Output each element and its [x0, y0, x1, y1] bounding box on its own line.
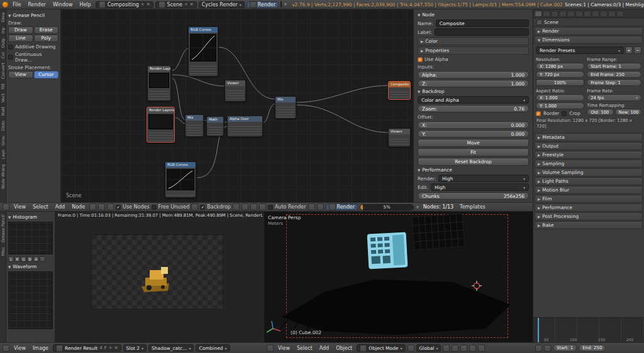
- tab-node-wrangler[interactable]: Node Wrang: [1, 164, 6, 189]
- start-frame-slider[interactable]: Start Frame: 1: [587, 63, 641, 70]
- node-menu-view[interactable]: View: [11, 204, 28, 210]
- image-editor[interactable]: Frame:0 | Time:01:16.03 | Remaining:21:3…: [55, 212, 264, 342]
- scene-add-button[interactable]: +: [184, 2, 188, 7]
- stroke-cursor-button[interactable]: Cursor: [34, 71, 59, 79]
- fake-user-button[interactable]: F: [104, 345, 107, 350]
- material-tab-icon[interactable]: [600, 11, 608, 17]
- tab-vector[interactable]: Vect: [1, 94, 6, 102]
- border-checkbox[interactable]: ✓: [536, 111, 541, 116]
- free-unused-checkbox[interactable]: [152, 205, 157, 210]
- reset-backdrop-button[interactable]: Reset Backdrop: [418, 158, 529, 166]
- node-title[interactable]: Math: [207, 117, 223, 122]
- start-frame-field[interactable]: Start: 1: [553, 344, 577, 352]
- crop-checkbox[interactable]: [562, 111, 567, 116]
- remap-old-slider[interactable]: Old: 100: [587, 109, 613, 116]
- use-alpha-checkbox[interactable]: ✓: [418, 57, 423, 62]
- histogram-header[interactable]: ▼ Histogram: [8, 214, 53, 220]
- render-quality-dropdown[interactable]: High ▾: [438, 175, 529, 182]
- shader-nodes-icon[interactable]: [89, 204, 96, 210]
- render-presets-dropdown[interactable]: Render Presets ▾: [536, 46, 624, 54]
- panel-metadata[interactable]: ▶Metadata: [535, 133, 643, 141]
- channel-a-icon[interactable]: [259, 204, 266, 210]
- node-mix-2[interactable]: Mix: [275, 96, 296, 119]
- resolution-x-slider[interactable]: X: 1280 px: [536, 63, 584, 70]
- image-menu-view[interactable]: View: [11, 345, 28, 351]
- panel-freestyle[interactable]: ▶Freestyle: [535, 151, 643, 159]
- menu-window[interactable]: Window: [50, 2, 75, 8]
- snap-magnet-icon[interactable]: [469, 345, 476, 352]
- end-frame-field[interactable]: End: 250: [579, 344, 606, 352]
- z-slider[interactable]: Z: 1.000: [418, 80, 529, 87]
- backdrop-section-header[interactable]: ▼ Backdrop: [418, 89, 529, 94]
- node-menu-node[interactable]: Node: [69, 204, 87, 210]
- free-unused-row[interactable]: Free Unused: [152, 204, 190, 210]
- texture-tab-icon[interactable]: [608, 11, 616, 17]
- resolution-y-slider[interactable]: Y: 720 px: [536, 71, 584, 78]
- view3d-menu-object[interactable]: Object: [333, 345, 355, 351]
- chunks-slider[interactable]: Chunks 256x256: [418, 192, 529, 200]
- view3d-menu-add[interactable]: Add: [317, 345, 332, 351]
- node-rgb-curves-bottom[interactable]: RGB Curves: [165, 161, 196, 198]
- backdrop-channels-dropdown[interactable]: Color and Alpha ▾: [418, 96, 529, 104]
- scene-delete-button[interactable]: ✕: [190, 2, 194, 7]
- use-nodes-row[interactable]: ✓ Use Nodes: [116, 204, 150, 210]
- render-layer-selector[interactable]: Shadow_catc... ▾: [148, 344, 194, 352]
- templates-menu[interactable]: Templates: [457, 204, 488, 210]
- edit-quality-dropdown[interactable]: High ▾: [431, 183, 529, 191]
- offset-x-slider[interactable]: X: 0.000: [418, 121, 529, 129]
- channel-g-button[interactable]: G: [21, 256, 26, 262]
- screen-layout-selector[interactable]: Compositing + ✕: [96, 1, 153, 8]
- node-title[interactable]: Mix: [186, 115, 203, 121]
- color-section[interactable]: ▶ Color: [418, 37, 529, 45]
- node-render-layers-1[interactable]: Render Layers: [147, 65, 171, 101]
- pin-icon[interactable]: [191, 204, 198, 210]
- channel-b-button[interactable]: B: [27, 256, 33, 262]
- continuous-draw-row[interactable]: Continuous Draw...: [8, 52, 58, 63]
- tab-converter[interactable]: Convert: [1, 63, 6, 79]
- render-layers-tab-icon[interactable]: [543, 11, 550, 17]
- poly-button[interactable]: Poly: [34, 35, 59, 42]
- scope-options-icon[interactable]: [40, 256, 45, 262]
- tab-group[interactable]: Grou: [1, 136, 6, 146]
- node-render-button[interactable]: Render: [326, 204, 358, 210]
- node-alpha-over[interactable]: Alpha Over: [227, 116, 263, 137]
- overlay-icon[interactable]: [317, 204, 324, 210]
- menu-render[interactable]: Render: [25, 2, 48, 8]
- node-render-cancel-button[interactable]: ✕: [416, 205, 419, 210]
- fps-dropdown[interactable]: 24 fps ▾: [587, 94, 641, 101]
- preset-add-button[interactable]: +: [625, 46, 633, 54]
- tab-input[interactable]: Inp: [1, 27, 6, 33]
- image-datablock-selector[interactable]: Render Result 4 F + ✕: [53, 344, 121, 352]
- view3d-menu-view[interactable]: View: [275, 345, 292, 351]
- menu-help[interactable]: Help: [77, 2, 93, 8]
- preset-remove-button[interactable]: −: [634, 46, 641, 54]
- panel-sampling[interactable]: ▶Sampling: [535, 160, 643, 168]
- backdrop-zoom-slider[interactable]: Zoom: 0.76: [418, 105, 529, 112]
- image-menu-image[interactable]: Image: [30, 345, 51, 351]
- remap-new-slider[interactable]: New: 100: [615, 109, 641, 116]
- data-tab-icon[interactable]: [592, 11, 599, 17]
- slot-selector[interactable]: Slot 2 ▾: [123, 344, 147, 352]
- node-title[interactable]: Composite: [389, 82, 410, 87]
- properties-section[interactable]: ▶ Properties: [418, 46, 529, 55]
- timeline-editor[interactable]: 50 100 150 200: [533, 317, 644, 342]
- render-pass-selector[interactable]: Combined ▾: [196, 344, 230, 352]
- transform-orientation-selector[interactable]: Global ▾: [416, 344, 441, 352]
- auto-render-row[interactable]: Auto Render: [268, 204, 306, 210]
- tab-filter[interactable]: Filt: [1, 84, 6, 89]
- node-menu-select[interactable]: Select: [30, 204, 51, 210]
- fit-backdrop-button[interactable]: Fit: [418, 148, 529, 156]
- texture-nodes-icon[interactable]: [107, 204, 114, 210]
- node-render-layers-2[interactable]: Render Layers: [147, 107, 175, 143]
- use-alpha-row[interactable]: ✓ Use Alpha: [418, 57, 529, 62]
- node-editor-canvas[interactable]: RGB Curves Render Layers Render Layers: [61, 9, 413, 202]
- tab-grease-pencil[interactable]: Grea: [1, 13, 6, 23]
- aspect-y-slider[interactable]: Y: 1.000: [536, 102, 584, 109]
- view3d-menu-select[interactable]: Select: [294, 345, 315, 351]
- panel-light-paths[interactable]: ▶Light Paths: [535, 177, 643, 185]
- backdrop-checkbox[interactable]: ✓: [200, 205, 205, 210]
- scene-selector[interactable]: Scene + ✕: [155, 1, 197, 8]
- constraints-tab-icon[interactable]: [575, 11, 583, 17]
- tab-matte[interactable]: Matt: [1, 107, 6, 116]
- viewport-3d[interactable]: Camera Persp Meters (0) Cube.002: [264, 212, 533, 342]
